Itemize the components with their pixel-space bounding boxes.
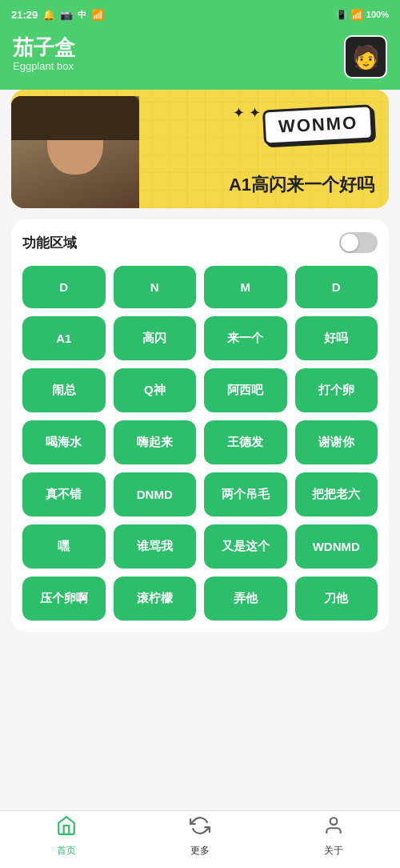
function-button-17[interactable]: DNMD [114,472,197,516]
status-right: 📳 📶 100% [336,9,389,21]
sparkles-icon: ✦ ✦ [233,104,261,122]
nav-item-about[interactable]: 关于 [266,815,400,858]
function-button-14[interactable]: 王德发 [204,420,287,464]
wifi-icon: 📶 [350,9,363,21]
svg-point-0 [330,818,337,825]
header: 茄子盒 Eggplant box 🧑 [0,29,400,90]
function-button-18[interactable]: 两个吊毛 [204,472,287,516]
function-button-0[interactable]: D [22,266,106,308]
signal-icon: 中 [78,9,86,21]
function-button-21[interactable]: 谁骂我 [114,524,197,569]
alarm-icon: 🔔 [42,9,55,21]
video-icon: 📷 [60,9,73,21]
nav-label-about: 关于 [324,844,343,858]
nav-item-more[interactable]: 更多 [134,815,267,858]
function-button-3[interactable]: D [295,266,378,308]
battery-icon: 100% [366,10,389,19]
function-button-16[interactable]: 真不错 [22,472,106,516]
button-grid: DNMDA1高闪来一个好吗闹总Q神阿西吧打个卵喝海水嗨起来王德发谢谢你真不错DN… [22,266,378,621]
network-icon: 📶 [91,9,104,21]
function-button-1[interactable]: N [114,266,197,308]
function-button-22[interactable]: 又是这个 [204,524,287,569]
about-icon [323,815,344,841]
app-subtitle: Eggplant box [13,60,75,72]
banner-caption: A1高闪来一个好吗 [229,173,374,197]
function-button-20[interactable]: 嘿 [22,524,106,569]
function-button-6[interactable]: 来一个 [204,316,287,360]
header-title: 茄子盒 Eggplant box [13,35,75,72]
banner-person [11,90,155,208]
function-button-7[interactable]: 好吗 [295,316,378,360]
avatar[interactable]: 🧑 [344,35,387,78]
app-title: 茄子盒 [13,35,75,60]
function-button-2[interactable]: M [204,266,287,308]
function-button-10[interactable]: 阿西吧 [204,368,287,412]
vibrate-icon: 📳 [336,10,347,20]
home-icon [56,815,77,841]
nav-item-home[interactable]: 首页 [0,815,134,858]
main-card: 功能区域 DNMDA1高闪来一个好吗闹总Q神阿西吧打个卵喝海水嗨起来王德发谢谢你… [11,219,389,632]
nav-label-more: 更多 [190,844,210,858]
banner-person-image [11,96,139,208]
status-time: 21:29 [11,9,38,21]
wonmo-label: WONMO [262,104,374,145]
function-button-23[interactable]: WDNMD [295,524,378,569]
function-button-8[interactable]: 闹总 [22,368,106,412]
function-button-24[interactable]: 压个卵啊 [22,577,106,621]
function-button-9[interactable]: Q神 [114,368,197,412]
section-header: 功能区域 [22,232,378,253]
function-button-11[interactable]: 打个卵 [295,368,378,412]
function-button-4[interactable]: A1 [22,316,106,360]
function-button-27[interactable]: 刀他 [295,577,378,621]
function-button-12[interactable]: 喝海水 [22,420,106,464]
function-button-15[interactable]: 谢谢你 [295,420,378,464]
function-button-13[interactable]: 嗨起来 [114,420,197,464]
more-icon [190,815,210,841]
section-title: 功能区域 [22,234,77,252]
function-button-19[interactable]: 把把老六 [295,472,378,516]
status-left: 21:29 🔔 📷 中 📶 [11,9,104,21]
function-toggle[interactable] [339,232,378,253]
status-bar: 21:29 🔔 📷 中 📶 📳 📶 100% [0,0,400,29]
function-button-5[interactable]: 高闪 [114,316,197,360]
function-button-25[interactable]: 滚柠檬 [114,577,197,621]
bottom-nav: 首页更多关于 [0,810,400,868]
nav-label-home: 首页 [57,844,76,858]
function-button-26[interactable]: 弄他 [204,577,287,621]
banner: ✦ ✦ WONMO A1高闪来一个好吗 [11,90,389,208]
